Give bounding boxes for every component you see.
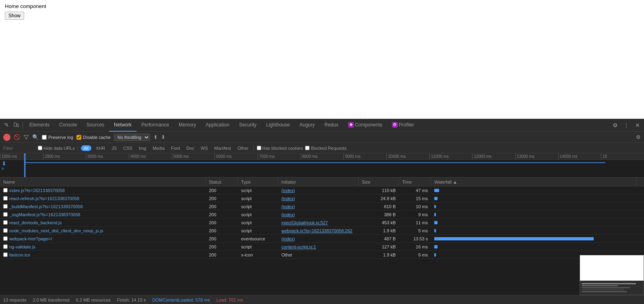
show-button[interactable]: Show: [5, 12, 24, 20]
page-title: Home component: [5, 3, 639, 9]
page-content: Home component Show: [0, 0, 644, 117]
